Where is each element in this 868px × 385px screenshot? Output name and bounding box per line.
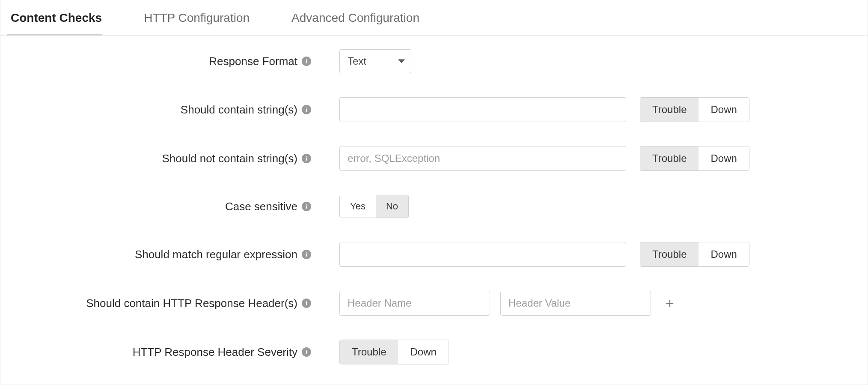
info-icon[interactable]: i — [302, 298, 311, 308]
label-text: Should contain string(s) — [181, 103, 297, 116]
info-icon[interactable]: i — [302, 57, 311, 66]
label-response-format: Response Format i — [9, 55, 315, 68]
row-should-contain: Should contain string(s) i Trouble Down — [9, 97, 859, 122]
should-contain-input[interactable] — [339, 97, 626, 122]
header-name-input[interactable] — [339, 291, 490, 316]
row-should-not-contain: Should not contain string(s) i Trouble D… — [9, 146, 859, 171]
label-text: Should match regular expression — [135, 248, 297, 261]
case-sensitive-toggle: Yes No — [339, 195, 409, 218]
severity-trouble-button[interactable]: Trouble — [640, 146, 699, 170]
config-panel: Content Checks HTTP Configuration Advanc… — [0, 0, 868, 385]
regex-severity-toggle: Trouble Down — [640, 242, 749, 267]
tab-advanced-configuration[interactable]: Advanced Configuration — [285, 0, 431, 35]
row-regex: Should match regular expression i Troubl… — [9, 242, 859, 267]
label-response-headers: Should contain HTTP Response Header(s) i — [9, 297, 315, 310]
should-contain-severity-toggle: Trouble Down — [640, 97, 749, 122]
header-value-input[interactable] — [500, 291, 651, 316]
label-text: Should contain HTTP Response Header(s) — [86, 297, 297, 310]
severity-trouble-button[interactable]: Trouble — [340, 340, 398, 364]
label-text: Should not contain string(s) — [162, 152, 297, 165]
severity-down-button[interactable]: Down — [398, 340, 448, 364]
label-should-contain: Should contain string(s) i — [9, 103, 315, 116]
info-icon[interactable]: i — [302, 154, 311, 163]
severity-down-button[interactable]: Down — [699, 242, 749, 266]
should-not-contain-severity-toggle: Trouble Down — [640, 146, 749, 171]
label-header-severity: HTTP Response Header Severity i — [9, 346, 315, 359]
severity-down-button[interactable]: Down — [699, 98, 749, 122]
case-sensitive-no-button[interactable]: No — [376, 195, 408, 218]
content-checks-form: Response Format i Text Should contain st… — [0, 36, 868, 382]
info-icon[interactable]: i — [302, 202, 311, 211]
info-icon[interactable]: i — [302, 105, 311, 114]
row-response-headers: Should contain HTTP Response Header(s) i… — [9, 291, 859, 316]
severity-trouble-button[interactable]: Trouble — [640, 242, 699, 266]
chevron-down-icon — [398, 60, 405, 63]
info-icon[interactable]: i — [302, 347, 311, 357]
tab-content-checks[interactable]: Content Checks — [4, 0, 114, 35]
case-sensitive-yes-button[interactable]: Yes — [340, 195, 376, 218]
label-case-sensitive: Case sensitive i — [9, 200, 315, 213]
add-header-icon[interactable]: + — [661, 296, 678, 310]
should-not-contain-input[interactable] — [339, 146, 626, 171]
label-text: Response Format — [209, 55, 297, 68]
severity-down-button[interactable]: Down — [699, 146, 749, 170]
response-format-select[interactable]: Text — [339, 49, 411, 73]
tab-bar: Content Checks HTTP Configuration Advanc… — [0, 0, 868, 36]
label-text: HTTP Response Header Severity — [133, 346, 297, 359]
header-severity-toggle: Trouble Down — [339, 340, 449, 364]
label-should-not-contain: Should not contain string(s) i — [9, 152, 315, 165]
label-regex: Should match regular expression i — [9, 248, 315, 261]
row-case-sensitive: Case sensitive i Yes No — [9, 195, 859, 218]
severity-trouble-button[interactable]: Trouble — [640, 98, 699, 122]
select-value: Text — [348, 55, 366, 67]
label-text: Case sensitive — [225, 200, 297, 213]
regex-input[interactable] — [339, 242, 626, 267]
row-header-severity: HTTP Response Header Severity i Trouble … — [9, 340, 859, 364]
row-response-format: Response Format i Text — [9, 49, 859, 73]
tab-http-configuration[interactable]: HTTP Configuration — [137, 0, 262, 35]
info-icon[interactable]: i — [302, 250, 311, 259]
